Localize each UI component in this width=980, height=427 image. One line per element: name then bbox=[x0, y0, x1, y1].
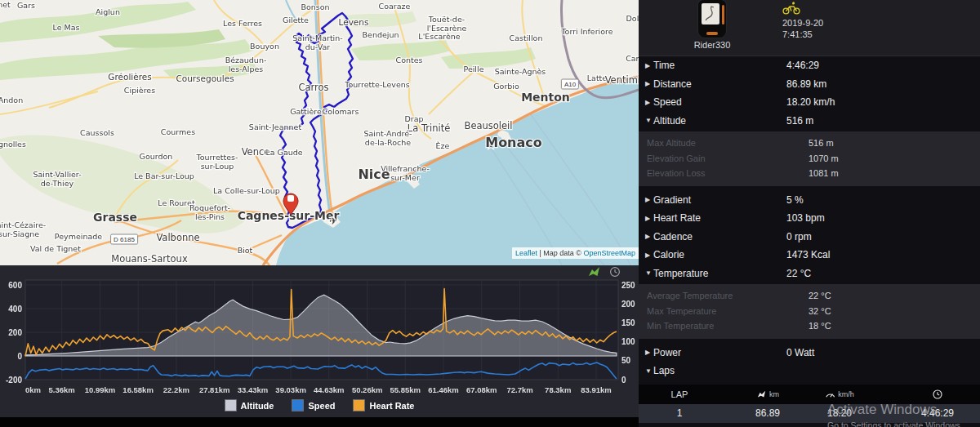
sub-stat-label: Max Temperature bbox=[647, 306, 716, 316]
distance-column-header: km bbox=[756, 390, 779, 398]
stats-list: ▶Time4:46:29▶Distance86.89 km▶Speed18.20… bbox=[639, 56, 980, 423]
svg-text:150: 150 bbox=[621, 318, 635, 327]
map-label: Val de Tignet bbox=[30, 244, 81, 253]
osm-link[interactable]: OpenStreetMap bbox=[583, 249, 635, 257]
ride-chart[interactable]: 6004002000-2002502001501005000km5.36km10… bbox=[0, 277, 639, 399]
lap-cell-value: 4:46:29 bbox=[921, 407, 954, 419]
stat-row-cadence[interactable]: ▶Cadence0 rpm bbox=[639, 228, 980, 247]
stat-row-laps[interactable]: ▼Laps bbox=[639, 362, 980, 380]
svg-text:78.3km: 78.3km bbox=[545, 385, 571, 394]
stat-row-distance[interactable]: ▶Distance86.89 km bbox=[639, 75, 980, 94]
map-label: Gourdon bbox=[140, 152, 173, 161]
stat-value: 516 m bbox=[786, 115, 813, 127]
map-label: Monaco bbox=[485, 135, 542, 150]
map-canvas: netGarsAiglunLe MasLes FerresBouyonBézau… bbox=[0, 0, 639, 265]
stat-value: 0 rpm bbox=[786, 231, 812, 242]
map-label: Gilette bbox=[283, 16, 309, 24]
map-label: Caussols bbox=[80, 128, 114, 137]
map-label: Les Ferres bbox=[223, 19, 262, 28]
stat-label: Cadence bbox=[653, 231, 693, 242]
map-label: Beausoleil bbox=[465, 120, 513, 131]
legend-item[interactable]: Altitude bbox=[225, 399, 274, 411]
sub-stat-value: 18 °C bbox=[808, 321, 831, 331]
map-label: Bonson bbox=[301, 2, 329, 11]
map-label: Tourrettes-sur-Loup bbox=[196, 153, 238, 171]
lap-column-header: LAP bbox=[671, 389, 688, 399]
sub-stat-value: 22 °C bbox=[808, 291, 831, 300]
map-label: Gattières bbox=[290, 107, 326, 116]
chevron-right-icon: ▶ bbox=[645, 215, 653, 222]
map-label: Le Bar-sur-Loup bbox=[134, 171, 194, 180]
svg-text:39.03km: 39.03km bbox=[275, 385, 306, 394]
stat-row-power[interactable]: ▶Power0 Watt bbox=[639, 344, 980, 363]
stat-label: Speed bbox=[653, 96, 682, 108]
stat-row-temperature[interactable]: ▼Temperature22 °C bbox=[639, 265, 980, 283]
distance-icon bbox=[756, 390, 767, 398]
map-label: La Trinité bbox=[408, 122, 450, 134]
map-label: La Gaude bbox=[265, 148, 302, 157]
lap-cell-value: 1 bbox=[677, 407, 683, 419]
map-label: Cipières bbox=[124, 86, 155, 95]
svg-text:0km: 0km bbox=[25, 385, 41, 394]
svg-text:61.46km: 61.46km bbox=[428, 385, 459, 394]
stat-label: Power bbox=[653, 347, 681, 358]
svg-text:44.63km: 44.63km bbox=[314, 385, 345, 394]
sub-stat-value: 32 °C bbox=[808, 306, 831, 316]
laps-table: LAPkmkm/h186.8918.204:46:29 bbox=[639, 385, 980, 423]
map-label: Saint-André-de-la-Roche bbox=[364, 129, 412, 147]
legend-item[interactable]: Heart Rate bbox=[353, 399, 414, 411]
svg-text:-200: -200 bbox=[6, 376, 22, 385]
svg-text:55.85km: 55.85km bbox=[390, 385, 421, 394]
sub-stat-row: Min Temperature18 °C bbox=[639, 318, 980, 334]
svg-text:200: 200 bbox=[621, 300, 635, 309]
legend-item[interactable]: Speed bbox=[292, 399, 335, 411]
lap-row[interactable]: 186.8918.204:46:29 bbox=[639, 404, 980, 423]
distance-mode-icon[interactable] bbox=[587, 266, 601, 278]
stat-row-heart-rate[interactable]: ▶Heart Rate103 bpm bbox=[639, 209, 980, 228]
stat-value: 86.89 km bbox=[786, 78, 826, 90]
sub-stat-label: Elevation Loss bbox=[647, 168, 706, 178]
map-label: Bendejun bbox=[363, 30, 399, 39]
road-badge: D 6185 bbox=[110, 234, 138, 245]
leaflet-link[interactable]: Leaflet bbox=[515, 249, 537, 257]
stat-row-altitude[interactable]: ▼Altitude516 m bbox=[639, 112, 980, 131]
map-label: Saint-Martin-du-Var bbox=[292, 33, 342, 51]
map-label: Biot bbox=[238, 246, 253, 255]
stat-label: Temperature bbox=[653, 268, 708, 279]
svg-text:72.7km: 72.7km bbox=[506, 385, 532, 394]
map-label: Peille bbox=[464, 64, 484, 73]
stat-value: 5 % bbox=[786, 194, 804, 206]
stat-label: Laps bbox=[653, 365, 675, 376]
stat-row-calorie[interactable]: ▶Calorie1473 Kcal bbox=[639, 246, 980, 265]
map-attribution: Leaflet | Map data © OpenStreetMap bbox=[512, 247, 639, 259]
map-label: Levens bbox=[339, 17, 369, 27]
sub-stat-row: Elevation Loss1081 m bbox=[639, 166, 980, 181]
sub-stat-label: Average Temperature bbox=[647, 291, 733, 300]
sub-stat-row: Elevation Gain1070 m bbox=[639, 151, 980, 167]
chevron-down-icon: ▼ bbox=[645, 367, 653, 375]
map-label: Torri Inferiore bbox=[560, 27, 612, 36]
stat-row-time[interactable]: ▶Time4:46:29 bbox=[639, 56, 980, 75]
map[interactable]: netGarsAiglunLe MasLes FerresBouyonBézau… bbox=[0, 0, 639, 265]
stat-row-speed[interactable]: ▶Speed18.20 km/h bbox=[639, 93, 980, 112]
time-mode-icon[interactable] bbox=[609, 266, 621, 278]
laps-header-row: LAPkmkm/h bbox=[639, 385, 980, 404]
chevron-down-icon: ▼ bbox=[645, 117, 653, 124]
map-label: Roquefort-les-Pins bbox=[189, 203, 230, 221]
stat-subpanel: Average Temperature22 °CMax Temperature3… bbox=[639, 284, 980, 339]
sub-stat-label: Max Altitude bbox=[647, 138, 696, 148]
legend-label: Speed bbox=[308, 401, 335, 411]
map-label: Gars bbox=[17, 1, 35, 10]
sub-stat-value: 1070 m bbox=[808, 153, 839, 163]
sub-stat-row: Max Temperature32 °C bbox=[639, 304, 980, 319]
chevron-right-icon: ▶ bbox=[645, 251, 653, 259]
sub-stat-value: 516 m bbox=[808, 138, 834, 148]
svg-text:10.99km: 10.99km bbox=[85, 385, 116, 394]
speedometer-icon bbox=[825, 390, 835, 398]
svg-text:200: 200 bbox=[8, 328, 22, 337]
svg-text:83.91km: 83.91km bbox=[581, 385, 612, 394]
stat-row-gradient[interactable]: ▶Gradient5 % bbox=[639, 191, 980, 210]
ride-analysis-window: netGarsAiglunLe MasLes FerresBouyonBézau… bbox=[0, 0, 980, 427]
map-label: Courmes bbox=[161, 127, 195, 136]
device-photo bbox=[698, 0, 726, 38]
